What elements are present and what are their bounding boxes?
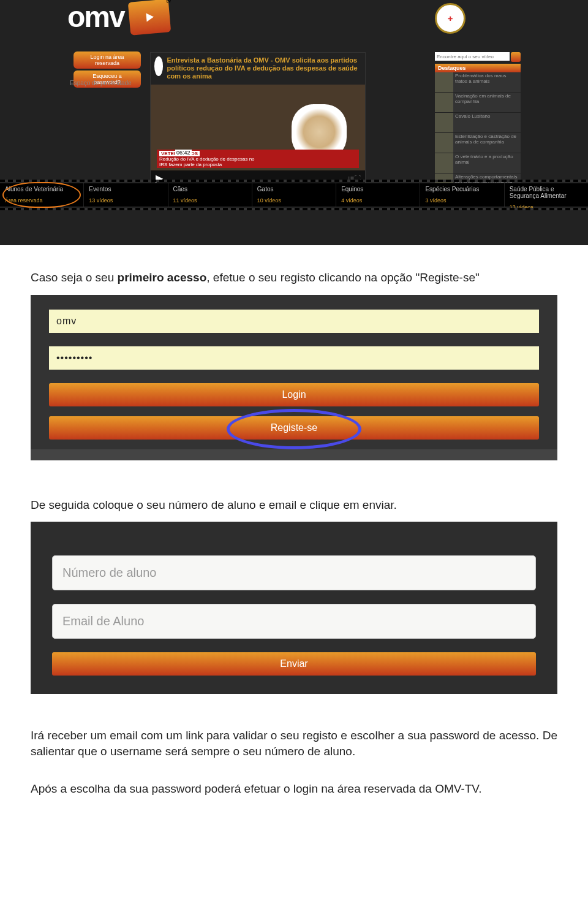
news-headline: Entrevista a Bastonária da OMV - OMV sol… — [167, 56, 361, 81]
login-button[interactable]: Login — [49, 383, 539, 406]
destaques-label: Destaques — [435, 64, 521, 72]
video-frame[interactable]: VETERINÁRIOS Redução do IVA e dedução de… — [151, 85, 365, 170]
category-item[interactable]: Alunos de VeterináriaÁrea reservada — [0, 183, 83, 207]
news-thumb — [154, 56, 163, 76]
category-item[interactable]: Gatos10 vídeos — [252, 183, 336, 207]
svg-marker-0 — [146, 12, 154, 21]
username-input[interactable] — [49, 310, 539, 333]
instruction-3: Irá receber um email com um link para va… — [31, 728, 557, 759]
category-strip: Alunos de VeterináriaÁrea reservadaEvent… — [0, 183, 588, 207]
sidebar: Destaques Problemática dos maus tratos a… — [435, 52, 521, 194]
student-email-input[interactable] — [52, 604, 536, 639]
sidebar-item[interactable]: Cavalo Lusitano — [435, 113, 521, 132]
sidebar-item[interactable]: Esterilização e castração de animais de … — [435, 133, 521, 153]
sidebar-item[interactable]: Problemática dos maus tratos a animais — [435, 72, 521, 92]
timecode: 06:42 — [175, 150, 192, 156]
register-form-screenshot: Enviar — [31, 522, 557, 694]
category-item[interactable]: Saúde Pública e Segurança Alimentar13 ví… — [504, 183, 588, 207]
category-item[interactable]: Cães11 vídeos — [168, 183, 252, 207]
instruction-1: Caso seja o seu primeiro acesso, efetue … — [31, 270, 557, 286]
login-form-screenshot: Login Registe-se — [31, 295, 557, 460]
logo-area: omv tv — [67, 0, 170, 34]
register-button[interactable]: Registe-se — [49, 416, 539, 440]
category-item[interactable]: Espécies Pecuárias3 vídeos — [420, 183, 503, 207]
sidebar-item[interactable]: Vacinação em animais de companhia — [435, 93, 521, 112]
search-input[interactable] — [435, 52, 510, 61]
instruction-4: Após a escolha da sua password poderá ef… — [31, 781, 557, 797]
logo-play-icon: tv — [127, 0, 170, 35]
search-go-button[interactable] — [511, 52, 521, 62]
logo-tv-suffix: tv — [165, 0, 172, 4]
video-player: Entrevista a Bastonária da OMV - OMV sol… — [150, 52, 366, 185]
category-item[interactable]: Eventos13 vídeos — [83, 183, 167, 207]
student-number-input[interactable] — [52, 555, 536, 590]
send-button[interactable]: Enviar — [52, 652, 536, 676]
omv-crest-icon: ✚ — [435, 3, 466, 39]
ad-space-label: Espaço de publicidade — [70, 80, 132, 86]
category-item[interactable]: Equinos4 vídeos — [336, 183, 420, 207]
logo-text: omv — [67, 0, 124, 34]
omvtv-screenshot: omv tv ✚ Login na área reservada Esquece… — [0, 0, 588, 245]
password-input[interactable] — [49, 346, 539, 370]
sidebar-item[interactable]: O veterinário e a produção animal — [435, 153, 521, 173]
instruction-2: De seguida coloque o seu número de aluno… — [31, 497, 557, 513]
login-area-button[interactable]: Login na área reservada — [74, 51, 141, 69]
